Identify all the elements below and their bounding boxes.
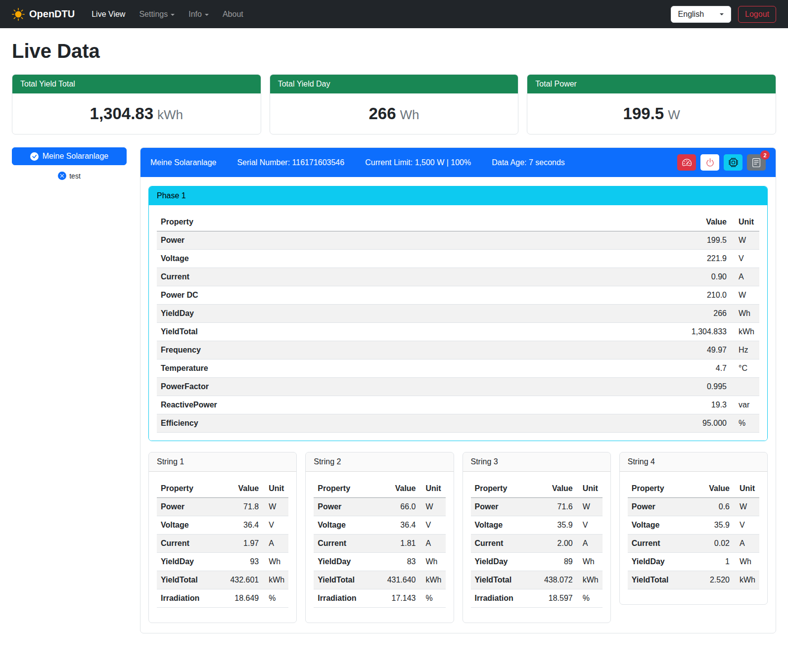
value-cell: 71.6 — [530, 498, 577, 516]
column-header: Value — [216, 480, 263, 498]
brand-label: OpenDTU — [29, 8, 75, 20]
string-table: PropertyValueUnitPower71.6WVoltage35.9VC… — [471, 480, 603, 608]
table-row: Voltage36.4V — [314, 516, 445, 535]
event-log-button[interactable]: 2 — [747, 154, 766, 171]
property-cell: Voltage — [628, 516, 693, 535]
inverter-card: Meine Solaranlage Serial Number: 1161716… — [140, 147, 776, 633]
property-cell: Current — [314, 535, 373, 553]
column-header: Property — [157, 480, 216, 498]
string-card-body: PropertyValueUnitPower71.8WVoltage36.4VC… — [149, 472, 296, 623]
value-cell: 83 — [373, 553, 419, 571]
x-circle-icon[interactable] — [58, 172, 66, 180]
unit-cell: W — [420, 498, 446, 516]
table-row: Current0.90A — [157, 268, 759, 286]
device-info-button[interactable] — [724, 154, 742, 171]
table-row: YieldDay1Wh — [628, 553, 759, 571]
column-header: Value — [530, 480, 577, 498]
language-select-value: English — [678, 10, 704, 19]
property-cell: Power — [471, 498, 530, 516]
property-cell: Current — [157, 535, 216, 553]
property-cell: YieldTotal — [471, 571, 530, 589]
column-header: Value — [373, 480, 419, 498]
inverter-secondary-item[interactable]: test — [12, 172, 127, 180]
property-cell: YieldTotal — [157, 571, 216, 589]
value-cell: 2.00 — [530, 535, 577, 553]
column-header: Value — [693, 480, 734, 498]
phase-table: PropertyValueUnitPower199.5WVoltage221.9… — [157, 213, 759, 433]
property-cell: Power — [157, 498, 216, 516]
language-select[interactable]: English — [671, 6, 731, 23]
brand[interactable]: OpenDTU — [12, 8, 75, 21]
phase-panel-title: Phase 1 — [149, 186, 767, 205]
string-card-title: String 2 — [306, 452, 453, 472]
string-card-title: String 3 — [463, 452, 610, 472]
value-cell: 36.4 — [373, 516, 419, 535]
table-row: Voltage36.4V — [157, 516, 288, 535]
unit-cell: kWh — [577, 571, 603, 589]
value-cell: 2.520 — [693, 571, 734, 589]
unit-cell: A — [734, 535, 759, 553]
unit-cell: Wh — [577, 553, 603, 571]
unit-cell: Wh — [420, 553, 446, 571]
column-header: Value — [500, 213, 731, 231]
property-cell: Temperature — [157, 359, 500, 378]
main-content: Live Data Total Yield Total 1,304.83kWh … — [0, 28, 788, 645]
navbar-left: OpenDTU Live View Settings Info About — [12, 6, 249, 23]
nav-settings[interactable]: Settings — [133, 6, 181, 23]
value-cell: 95.000 — [500, 414, 731, 433]
journal-icon — [752, 158, 761, 167]
property-cell: Irradiation — [471, 589, 530, 608]
string-table: PropertyValueUnitPower71.8WVoltage36.4VC… — [157, 480, 288, 608]
power-toggle-button[interactable] — [700, 154, 719, 171]
table-row: Irradiation18.597% — [471, 589, 603, 608]
table-row: Efficiency95.000% — [157, 414, 759, 433]
unit-cell: V — [731, 250, 759, 268]
column-header: Property — [628, 480, 693, 498]
property-cell: YieldTotal — [157, 323, 500, 341]
nav-live-view[interactable]: Live View — [86, 6, 131, 23]
page-title: Live Data — [12, 40, 776, 62]
unit-cell: V — [577, 516, 603, 535]
unit-cell: A — [731, 268, 759, 286]
stat-unit: kWh — [157, 107, 183, 122]
property-cell: Irradiation — [157, 589, 216, 608]
string-card-4: String 4 PropertyValueUnitPower0.6WVolta… — [619, 452, 768, 605]
value-cell: 221.9 — [500, 250, 731, 268]
sun-icon — [12, 8, 25, 21]
unit-cell: V — [734, 516, 759, 535]
string-card-body: PropertyValueUnitPower71.6WVoltage35.9VC… — [463, 472, 610, 623]
property-cell: ReactivePower — [157, 396, 500, 414]
phase-panel: Phase 1 PropertyValueUnitPower199.5WVolt… — [148, 186, 768, 441]
value-cell: 36.4 — [216, 516, 263, 535]
unit-cell: kWh — [731, 323, 759, 341]
property-cell: Current — [157, 268, 500, 286]
property-cell: Current — [628, 535, 693, 553]
table-row: Current0.02A — [628, 535, 759, 553]
logout-button[interactable]: Logout — [738, 6, 776, 23]
table-row: ReactivePower19.3var — [157, 396, 759, 414]
limit-settings-button[interactable] — [677, 154, 696, 171]
inverter-select-button[interactable]: Meine Solaranlage — [12, 147, 127, 165]
table-row: PowerFactor0.995 — [157, 378, 759, 396]
nav-info[interactable]: Info — [183, 6, 215, 23]
table-header-row: PropertyValueUnit — [157, 213, 759, 231]
value-cell: 0.995 — [500, 378, 731, 396]
table-row: Frequency49.97Hz — [157, 341, 759, 359]
inverter-name: Meine Solaranlage — [150, 158, 216, 167]
value-cell: 4.7 — [500, 359, 731, 378]
value-cell: 438.072 — [530, 571, 577, 589]
value-cell: 18.597 — [530, 589, 577, 608]
inverter-card-body: Phase 1 PropertyValueUnitPower199.5WVolt… — [140, 177, 776, 633]
inverter-serial: Serial Number: 116171603546 — [237, 158, 344, 167]
stat-card-total-yield-total: Total Yield Total 1,304.83kWh — [12, 74, 261, 134]
string-card-body: PropertyValueUnitPower66.0WVoltage36.4VC… — [306, 472, 453, 623]
column-header: Unit — [420, 480, 446, 498]
value-cell: 49.97 — [500, 341, 731, 359]
table-row: YieldDay89Wh — [471, 553, 603, 571]
nav-about[interactable]: About — [217, 6, 249, 23]
stat-card-total-power: Total Power 199.5W — [527, 74, 776, 134]
table-row: Power199.5W — [157, 231, 759, 250]
string-card-1: String 1 PropertyValueUnitPower71.8WVolt… — [148, 452, 297, 623]
property-cell: YieldDay — [471, 553, 530, 571]
value-cell: 210.0 — [500, 286, 731, 305]
